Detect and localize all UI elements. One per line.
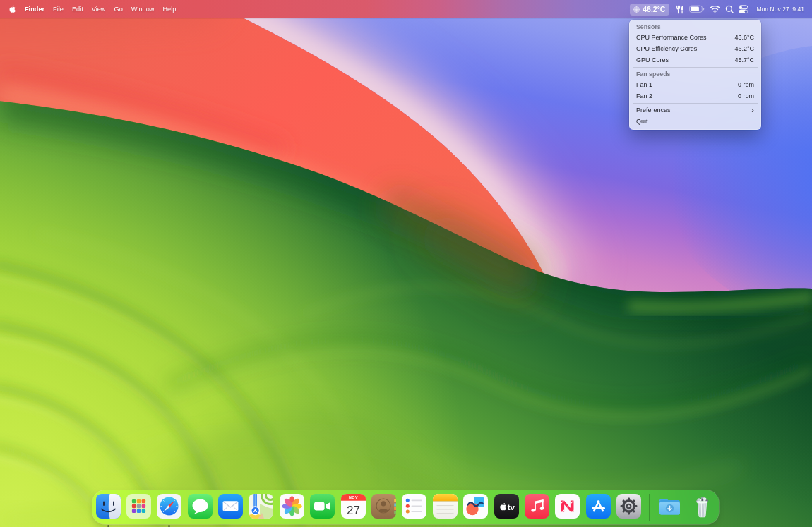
battery-status-item[interactable] bbox=[686, 0, 707, 18]
dock-icon-tv[interactable]: tv bbox=[494, 494, 519, 519]
dock-icon-reminders[interactable] bbox=[402, 494, 426, 519]
sensor-value: 43.6°C bbox=[734, 32, 754, 44]
calendar-day: 27 bbox=[347, 503, 360, 516]
dock-icon-safari[interactable] bbox=[157, 494, 181, 519]
sensors-dropdown-menu: Sensors CPU Performance Cores 43.6°C CPU… bbox=[629, 20, 761, 131]
fan-label: Fan 1 bbox=[636, 80, 652, 91]
sensor-label: GPU Cores bbox=[636, 55, 669, 66]
menu-item-preferences[interactable]: Preferences › bbox=[629, 105, 761, 116]
dock-icon-contacts[interactable] bbox=[371, 494, 396, 519]
sensor-value: 45.7°C bbox=[734, 55, 754, 66]
search-status-item[interactable] bbox=[722, 0, 736, 18]
menu-item-cpu-efficiency[interactable]: CPU Efficiency Cores 46.2°C bbox=[629, 44, 761, 55]
dock-divider bbox=[649, 494, 650, 521]
fan-label: Fan 2 bbox=[636, 91, 652, 102]
dock-icon-app-store[interactable] bbox=[586, 494, 611, 519]
menu-go[interactable]: Go bbox=[109, 0, 126, 18]
calendar-month: NOV bbox=[349, 495, 358, 499]
menu-view[interactable]: View bbox=[88, 0, 110, 18]
menu-item-fan-2[interactable]: Fan 2 0 rpm bbox=[629, 91, 761, 102]
menu-file[interactable]: File bbox=[49, 0, 68, 18]
dock-icon-mail[interactable] bbox=[218, 494, 243, 519]
apple-menu[interactable] bbox=[0, 0, 20, 18]
menu-separator bbox=[633, 67, 758, 68]
clock-date: Mon Nov 27 bbox=[756, 6, 789, 13]
temperature-status-item[interactable]: 46.2°C bbox=[630, 4, 669, 16]
wifi-icon bbox=[710, 5, 720, 13]
dock-icon-messages[interactable] bbox=[188, 494, 213, 519]
dock-icon-calendar[interactable]: NOV 27 bbox=[341, 494, 366, 519]
control-center-icon bbox=[739, 5, 748, 14]
menu-bar-clock[interactable]: Mon Nov 27 9:41 bbox=[751, 6, 812, 13]
apple-logo-icon bbox=[9, 5, 16, 13]
sensors-section-header: Sensors bbox=[629, 22, 761, 32]
search-icon bbox=[725, 5, 734, 14]
cpu-sensor-icon bbox=[633, 6, 640, 13]
dock-icon-music[interactable] bbox=[525, 494, 549, 519]
menu-item-gpu-cores[interactable]: GPU Cores 45.7°C bbox=[629, 55, 761, 66]
fork-knife-status-item[interactable] bbox=[673, 0, 686, 18]
menu-separator bbox=[633, 103, 758, 104]
dock-icon-facetime[interactable] bbox=[310, 494, 335, 519]
dock-icon-launchpad[interactable] bbox=[126, 494, 151, 519]
dock-icon-photos[interactable] bbox=[280, 494, 304, 519]
submenu-chevron-icon: › bbox=[751, 105, 754, 116]
menu-item-cpu-performance[interactable]: CPU Performance Cores 43.6°C bbox=[629, 32, 761, 44]
dock-trash[interactable] bbox=[690, 494, 715, 519]
wifi-status-item[interactable] bbox=[707, 0, 722, 18]
tv-label: tv bbox=[507, 502, 515, 511]
fans-section-header: Fan speeds bbox=[629, 69, 761, 80]
fan-value: 0 rpm bbox=[738, 80, 754, 91]
control-center-status-item[interactable] bbox=[736, 0, 751, 18]
menu-help[interactable]: Help bbox=[158, 0, 180, 18]
fan-value: 0 rpm bbox=[738, 91, 754, 102]
menu-window[interactable]: Window bbox=[127, 0, 159, 18]
menu-bar: Finder File Edit View Go Window Help 46.… bbox=[0, 0, 812, 18]
dock-icon-news[interactable] bbox=[555, 494, 580, 519]
battery-icon bbox=[689, 5, 705, 13]
temperature-value: 46.2°C bbox=[643, 5, 665, 13]
menu-item-quit[interactable]: Quit bbox=[629, 116, 761, 128]
sensor-label: CPU Performance Cores bbox=[636, 32, 707, 44]
dock-icon-notes[interactable] bbox=[433, 494, 458, 519]
fork-knife-icon bbox=[676, 5, 684, 14]
dock: NOV 27 bbox=[92, 490, 719, 524]
dock-icon-maps[interactable] bbox=[249, 494, 273, 519]
dock-icon-freeform[interactable] bbox=[463, 494, 488, 519]
dock-icon-system-settings[interactable] bbox=[616, 494, 641, 519]
clock-time: 9:41 bbox=[792, 6, 804, 13]
dock-icon-finder[interactable] bbox=[96, 494, 121, 519]
sensor-value: 46.2°C bbox=[734, 44, 754, 55]
menu-item-fan-1[interactable]: Fan 1 0 rpm bbox=[629, 80, 761, 91]
menu-app-name[interactable]: Finder bbox=[20, 0, 49, 18]
dock-folder-downloads[interactable] bbox=[657, 494, 682, 519]
menu-edit[interactable]: Edit bbox=[68, 0, 88, 18]
sensor-label: CPU Efficiency Cores bbox=[636, 44, 697, 55]
